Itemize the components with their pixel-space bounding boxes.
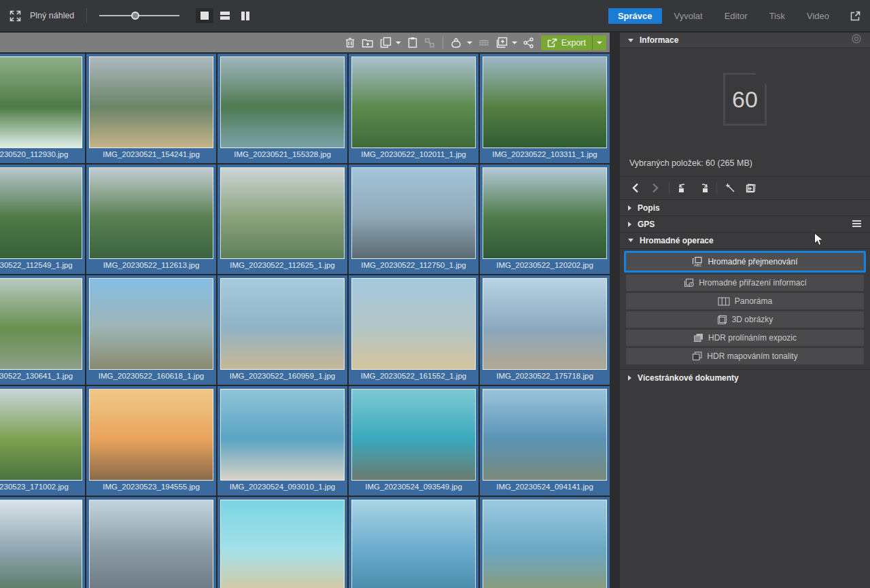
photo-thumbnail <box>220 389 345 481</box>
photo-cell[interactable]: IMG_20230522_102011_1.jpg <box>349 54 478 163</box>
view-split-icon[interactable] <box>237 8 254 23</box>
paste-icon[interactable] <box>407 37 418 48</box>
photo-filename: IMG_20230522_112613.jpg <box>89 259 213 271</box>
photo-filename: IMG_20230524_093010_1.jpg <box>220 481 345 493</box>
photo-cell[interactable]: IMG_20230522_160959_1.jpg <box>218 275 347 385</box>
batch-operations-list: ABC Hromadné přejmenování Hromadné přiřa… <box>620 248 870 369</box>
assign-info-icon <box>683 278 694 288</box>
hdr-exposure-blend-button[interactable]: HDR prolínáním expozic <box>626 330 864 346</box>
photo-cell[interactable]: IMG_20230522_120202.jpg <box>480 165 610 274</box>
photo-thumbnail <box>0 278 82 370</box>
photo-filename: IMG_20230522_103311_1.jpg <box>483 148 607 160</box>
export-dropdown-icon[interactable] <box>592 35 606 50</box>
photo-filename: IMG_20230523_194555.jpg <box>89 481 213 493</box>
photo-cell[interactable] <box>86 497 216 588</box>
photo-thumbnail <box>483 389 607 481</box>
photo-thumbnail <box>220 278 345 370</box>
3d-images-icon <box>717 315 727 325</box>
view-rows-icon[interactable] <box>216 8 234 23</box>
section-popis[interactable]: Popis <box>620 199 870 215</box>
batch-rename-button[interactable]: ABC Hromadné přejmenování <box>626 253 864 271</box>
photo-cell[interactable]: IMG_20230522_175718.jpg <box>480 275 610 385</box>
app-window: Plný náhled Správce Vyvolat Editor Tisk … <box>0 0 870 588</box>
copy-dropdown-icon[interactable] <box>396 41 401 44</box>
view-grid-icon[interactable] <box>196 8 213 23</box>
tab-editor[interactable]: Editor <box>715 8 757 24</box>
stack-add-icon[interactable] <box>495 37 508 48</box>
photo-cell[interactable]: IMG_20230524_094141.jpg <box>480 386 610 496</box>
export-icon <box>546 38 557 48</box>
trash-icon[interactable] <box>345 37 355 48</box>
move-icon <box>424 37 435 48</box>
section-hromadne-operace[interactable]: Hromadné operace <box>620 232 870 248</box>
3d-images-button[interactable]: 3D obrázky <box>626 311 864 328</box>
back-icon[interactable] <box>628 181 643 196</box>
tag-dropdown-icon[interactable] <box>467 41 472 44</box>
chevron-right-icon <box>628 205 631 211</box>
photo-cell[interactable]: IMG_20230523_171002.jpg <box>0 386 85 496</box>
copy-icon[interactable] <box>380 37 392 48</box>
tab-spravce[interactable]: Správce <box>608 8 662 24</box>
photo-cell[interactable]: IMG_20230524_093010_1.jpg <box>218 386 347 496</box>
photo-cell[interactable]: IMG_20230521_154241.jpg <box>86 54 216 163</box>
stack-dropdown-icon[interactable] <box>512 41 517 44</box>
photo-cell[interactable]: IMG_20230522_161552_1.jpg <box>349 275 478 385</box>
photo-cell[interactable] <box>349 497 478 588</box>
export-button[interactable]: Export <box>541 38 592 48</box>
panorama-button[interactable]: Panoráma <box>626 293 864 309</box>
divider <box>669 182 669 194</box>
slider-thumb[interactable] <box>131 12 139 20</box>
panel-settings-icon[interactable] <box>851 33 862 47</box>
tag-icon[interactable] <box>451 37 463 48</box>
gps-menu-icon[interactable] <box>852 218 862 230</box>
photo-cell[interactable]: IMG_20230520_112930.jpg <box>0 54 85 163</box>
photo-cell[interactable]: IMG_20230522_103311_1.jpg <box>480 54 610 163</box>
preview-mode-label[interactable]: Plný náhled <box>30 11 74 20</box>
photo-cell[interactable]: IMG_20230523_194555.jpg <box>86 386 216 496</box>
photo-cell[interactable]: IMG_20230522_130641_1.jpg <box>0 275 85 385</box>
photo-filename: IMG_20230522_120202.jpg <box>483 259 607 271</box>
section-gps[interactable]: GPS <box>620 215 870 232</box>
svg-text:ABC: ABC <box>694 263 701 267</box>
chevron-down-icon <box>628 39 633 42</box>
photo-thumbnail <box>0 167 82 259</box>
rotate-right-icon[interactable] <box>695 181 710 196</box>
thumbnail-size-slider[interactable] <box>99 7 179 24</box>
photo-filename: IMG_20230522_175718.jpg <box>483 370 607 382</box>
photo-cell[interactable] <box>218 497 347 588</box>
photo-cell[interactable] <box>0 497 85 588</box>
section-vicestrankove-dokumenty[interactable]: Vícestránkové dokumenty <box>620 369 870 385</box>
selection-preview: 60 <box>620 48 870 150</box>
fullscreen-icon[interactable] <box>7 7 23 24</box>
photo-cell[interactable]: IMG_20230522_112750_1.jpg <box>349 165 478 274</box>
photo-cell[interactable]: IMG_20230522_160618_1.jpg <box>86 275 216 385</box>
photo-cell[interactable] <box>480 497 610 588</box>
copy-info-icon[interactable] <box>743 181 758 196</box>
multi-file-icon: 60 <box>723 73 767 126</box>
photo-cell[interactable]: IMG_20230522_112625_1.jpg <box>218 165 347 274</box>
photo-thumbnail <box>89 278 213 370</box>
hdr-tone-mapping-button[interactable]: HDR mapováním tonality <box>626 348 864 364</box>
tab-vyvolat[interactable]: Vyvolat <box>665 8 712 24</box>
chevron-right-icon <box>628 375 631 381</box>
grid-scrollbar[interactable] <box>610 33 620 588</box>
divider <box>716 182 717 194</box>
photo-filename: IMG_20230523_171002.jpg <box>0 481 82 493</box>
tab-video[interactable]: Video <box>797 8 839 24</box>
external-window-icon[interactable] <box>847 7 863 24</box>
rotate-left-icon[interactable] <box>676 181 691 196</box>
photo-filename: IMG_20230521_154241.jpg <box>89 148 213 160</box>
photo-cell[interactable]: IMG_20230524_093549.jpg <box>349 386 478 496</box>
photo-filename: IMG_20230524_093549.jpg <box>351 481 476 493</box>
tab-tisk[interactable]: Tisk <box>760 8 795 24</box>
photo-cell[interactable]: IMG_20230521_155328.jpg <box>218 54 347 163</box>
magic-wand-icon[interactable] <box>723 181 738 196</box>
photo-cell[interactable]: IMG_20230522_112613.jpg <box>86 165 216 274</box>
photo-thumbnail <box>483 56 607 148</box>
section-informace[interactable]: Informace <box>620 33 870 48</box>
share-icon[interactable] <box>523 37 534 48</box>
panorama-icon <box>718 297 730 306</box>
new-folder-icon[interactable] <box>362 37 374 48</box>
photo-cell[interactable]: IMG_20230522_112549_1.jpg <box>0 165 85 274</box>
batch-assign-info-button[interactable]: Hromadné přiřazení informací <box>626 275 864 291</box>
